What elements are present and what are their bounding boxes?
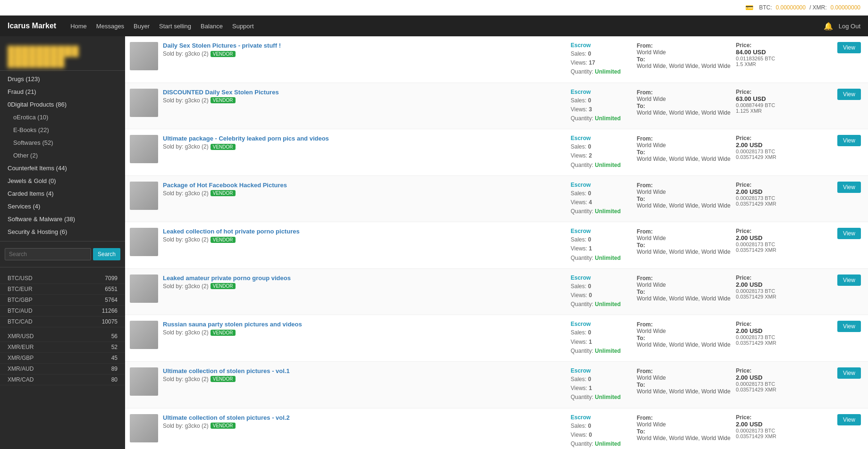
listing-geo-info: From: World Wide To: World Wide, World W… [637, 274, 731, 302]
listing-geo-info: From: World Wide To: World Wide, World W… [637, 228, 731, 255]
view-button[interactable]: View [837, 321, 861, 332]
price-xmr: 0.03571429 XMR [736, 433, 830, 439]
listing-action: View [835, 228, 863, 239]
bell-icon[interactable]: 🔔 [824, 22, 833, 31]
listing-thumbnail [130, 274, 158, 303]
navbar-brand[interactable]: Icarus Market [8, 22, 56, 30]
to-value: World Wide, World Wide, World Wide [637, 63, 731, 69]
listing-escrow-info: Escrow Sales: 0 Views: 4 Quantity: Unlim… [571, 182, 632, 216]
listing-item: Ultimate collection of stolen pictures -… [125, 408, 868, 449]
sidebar-category-9[interactable]: Carded Items (4) [0, 187, 125, 200]
search-input[interactable] [5, 248, 91, 260]
exchange-rate-xmr-usd: XMR/USD 56 [0, 331, 125, 342]
escrow-label: Escrow [571, 321, 632, 327]
listing-title[interactable]: Leaked collection of hot private porno p… [163, 228, 566, 235]
rate-pair: BTC/EUR [8, 286, 33, 292]
sidebar-divider-2 [0, 267, 125, 267]
vendor-badge: VENDOR [211, 376, 236, 382]
vendor-badge: VENDOR [211, 283, 236, 289]
sidebar-category-4[interactable]: E-Books (22) [0, 124, 125, 136]
listing-title[interactable]: DISCOUNTED Daily Sex Stolen Pictures [163, 89, 566, 96]
view-button[interactable]: View [837, 42, 861, 53]
exchange-rate-btc-cad: BTC/CAD 10075 [0, 316, 125, 327]
listing-geo-info: From: World Wide To: World Wide, World W… [637, 414, 731, 441]
rate-pair: XMR/GBP [8, 355, 34, 361]
listing-sold-by: Sold by: g3cko (2) VENDOR [163, 97, 566, 104]
sidebar-category-7[interactable]: Counterfeit Items (44) [0, 162, 125, 175]
to-value: World Wide, World Wide, World Wide [637, 156, 731, 162]
view-button[interactable]: View [837, 367, 861, 379]
listing-title[interactable]: Package of Hot Facebook Hacked Pictures [163, 182, 566, 189]
price-usd: 63.00 USD [736, 95, 830, 102]
from-label: From: [637, 414, 731, 421]
listing-title[interactable]: Daily Sex Stolen Pictures - private stuf… [163, 42, 566, 49]
to-label: To: [637, 428, 731, 435]
listing-meta: Sales: 0 Views: 0 Quantity: Unlimited [571, 422, 632, 449]
view-button[interactable]: View [837, 274, 861, 286]
sidebar-category-3[interactable]: oErotica (10) [0, 111, 125, 124]
listing-item: Ultimate package - Celebrity leaked porn… [125, 129, 868, 176]
vendor-badge: VENDOR [211, 330, 236, 336]
price-xmr: 0.03571429 XMR [736, 294, 830, 299]
sidebar-category-11[interactable]: Software & Malware (38) [0, 213, 125, 225]
top-bar: 💳 BTC: 0.00000000 / XMR: 0.00000000 [0, 0, 868, 16]
rate-value: 45 [111, 355, 118, 361]
nav-home[interactable]: Home [70, 21, 87, 32]
listing-main-info: Leaked collection of hot private porno p… [163, 228, 566, 243]
sidebar-category-8[interactable]: Jewels & Gold (0) [0, 175, 125, 187]
listing-main-info: DISCOUNTED Daily Sex Stolen Pictures Sol… [163, 89, 566, 104]
view-button[interactable]: View [837, 135, 861, 146]
views-count: Views: 1 [571, 384, 632, 393]
sidebar-category-2[interactable]: 0Digital Products (86) [0, 98, 125, 111]
view-button[interactable]: View [837, 89, 861, 100]
sold-by-label: Sold by: g3cko (2) [163, 97, 209, 104]
vendor-badge: VENDOR [211, 423, 236, 429]
sidebar-category-12[interactable]: Security & Hosting (6) [0, 225, 125, 238]
nav-buyer[interactable]: Buyer [134, 21, 150, 32]
price-usd: 2.00 USD [736, 281, 830, 288]
view-button[interactable]: View [837, 182, 861, 193]
price-usd: 2.00 USD [736, 327, 830, 334]
sidebar-category-1[interactable]: Fraud (21) [0, 85, 125, 98]
nav-start-selling[interactable]: Start selling [159, 21, 191, 32]
sidebar-category-0[interactable]: Drugs (123) [0, 73, 125, 85]
sold-by-label: Sold by: g3cko (2) [163, 143, 209, 150]
nav-messages[interactable]: Messages [96, 21, 124, 32]
search-button[interactable]: Search [93, 248, 120, 260]
exchange-rate-btc-eur: BTC/EUR 6551 [0, 284, 125, 295]
escrow-label: Escrow [571, 182, 632, 188]
sales-count: Sales: 0 [571, 96, 632, 105]
listing-price-info: Price: 2.00 USD 0.00028173 BTC 0.0357142… [736, 274, 830, 299]
sales-count: Sales: 0 [571, 328, 632, 337]
from-label: From: [637, 321, 731, 328]
sold-by-label: Sold by: g3cko (2) [163, 190, 209, 197]
listing-item: Russian sauna party stolen pictures and … [125, 315, 868, 362]
price-btc: 0.00028173 BTC [736, 149, 830, 154]
sidebar-category-10[interactable]: Services (4) [0, 200, 125, 213]
balance-display: 💳 BTC: 0.00000000 / XMR: 0.00000000 [745, 4, 860, 11]
listing-escrow-info: Escrow Sales: 0 Views: 1 Quantity: Unlim… [571, 367, 632, 402]
listing-title[interactable]: Ultimate collection of stolen pictures -… [163, 367, 566, 374]
price-label: Price: [736, 321, 830, 327]
sidebar-category-6[interactable]: Other (2) [0, 149, 125, 162]
listing-title[interactable]: Russian sauna party stolen pictures and … [163, 321, 566, 328]
view-button[interactable]: View [837, 228, 861, 239]
nav-support[interactable]: Support [232, 21, 254, 32]
from-label: From: [637, 228, 731, 235]
price-xmr: 1.125 XMR [736, 108, 830, 114]
listing-title[interactable]: Ultimate package - Celebrity leaked porn… [163, 135, 566, 142]
quantity-info: Quantity: Unlimited [571, 300, 632, 309]
listing-title[interactable]: Ultimate collection of stolen pictures -… [163, 414, 566, 421]
nav-balance[interactable]: Balance [201, 21, 223, 32]
listing-thumbnail [130, 135, 158, 163]
to-value: World Wide, World Wide, World Wide [637, 202, 731, 209]
xmr-balance: 0.00000000 [831, 4, 860, 11]
listing-title[interactable]: Leaked amateur private porno group video… [163, 274, 566, 282]
exchange-rate-btc-usd: BTC/USD 7099 [0, 273, 125, 284]
logout-button[interactable]: Log Out [839, 23, 860, 30]
to-value: World Wide, World Wide, World Wide [637, 295, 731, 302]
listing-thumbnail [130, 367, 158, 396]
sidebar-category-5[interactable]: Softwares (52) [0, 136, 125, 149]
from-label: From: [637, 367, 731, 374]
view-button[interactable]: View [837, 414, 861, 425]
